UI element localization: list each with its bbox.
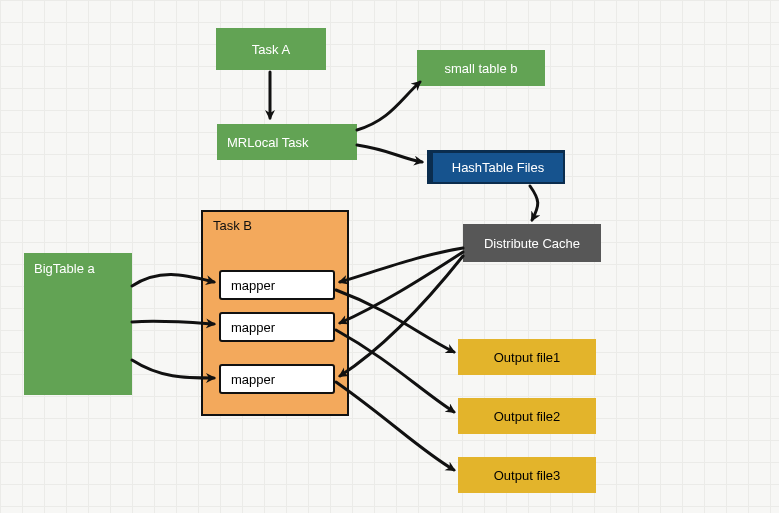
mapper-3-node: mapper — [219, 364, 335, 394]
mapper-2-node: mapper — [219, 312, 335, 342]
output-file-2-node: Output file2 — [458, 398, 596, 434]
small-table-b-node: small table b — [417, 50, 545, 86]
mapper-1-node: mapper — [219, 270, 335, 300]
big-table-a-label: BigTable a — [34, 261, 95, 276]
hashtable-files-node: HashTable Files — [427, 150, 565, 184]
task-a-node: Task A — [216, 28, 326, 70]
distribute-cache-node: Distribute Cache — [463, 224, 601, 262]
task-b-label: Task B — [213, 218, 252, 233]
big-table-a-node: BigTable a — [24, 253, 132, 395]
output-file-1-node: Output file1 — [458, 339, 596, 375]
mrlocal-task-node: MRLocal Task — [217, 124, 357, 160]
output-file-3-node: Output file3 — [458, 457, 596, 493]
